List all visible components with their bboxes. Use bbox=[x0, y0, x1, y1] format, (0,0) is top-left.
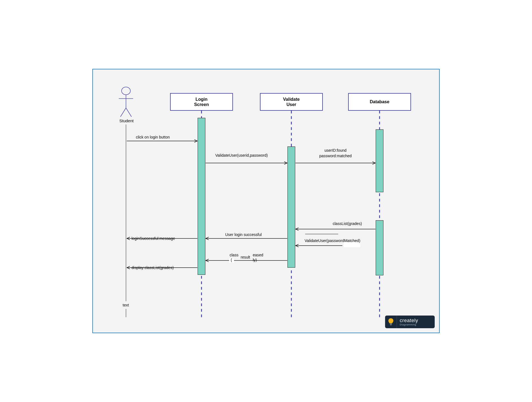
msg-frag-ly: ly) bbox=[253, 258, 257, 262]
lifeline-label: Login bbox=[194, 97, 209, 102]
actor-label: Student bbox=[119, 118, 134, 123]
lifeline-login-screen[interactable]: Login Screen bbox=[170, 93, 233, 111]
msg-password-matched: password:matched bbox=[319, 154, 352, 158]
actor-stick-figure bbox=[119, 87, 133, 117]
svg-rect-20 bbox=[390, 324, 392, 324]
msg-display-classlist: display:classList(grades) bbox=[131, 265, 174, 270]
activation-database-1 bbox=[376, 129, 383, 192]
activation-login bbox=[198, 118, 205, 275]
msg-click-login: click on login button bbox=[136, 135, 170, 139]
svg-rect-21 bbox=[390, 325, 392, 325]
lightbulb-icon bbox=[385, 316, 397, 328]
logo-tagline: Diagramming bbox=[400, 324, 435, 326]
note-text: text bbox=[123, 303, 129, 307]
lifeline-label: Validate bbox=[283, 97, 300, 102]
msg-frag-class: class bbox=[230, 253, 238, 257]
svg-line-4 bbox=[126, 108, 131, 117]
lifeline-label: User bbox=[283, 102, 300, 107]
sequence-diagram-canvas: { "diagram": { "type": "UML Sequence Dia… bbox=[92, 69, 440, 333]
logo-name: creately bbox=[400, 318, 435, 323]
msg-frag-eased: eased bbox=[253, 253, 263, 257]
activation-database-2 bbox=[376, 220, 383, 275]
msg-login-successful: User login successful bbox=[225, 232, 262, 237]
lifeline-label: Screen bbox=[194, 102, 209, 107]
svg-line-3 bbox=[120, 108, 126, 117]
msg-validate-password-matched: ValidateUser(passwordMatched) bbox=[305, 238, 360, 243]
msg-validate-user: ValidateUser(userid,password) bbox=[215, 153, 268, 157]
svg-point-0 bbox=[122, 87, 130, 95]
lifeline-database[interactable]: Database bbox=[348, 93, 411, 111]
msg-userid-found: userID:found bbox=[324, 148, 346, 153]
activation-validate bbox=[288, 146, 295, 268]
msg-frag-paren: ( bbox=[231, 258, 232, 262]
msg-login-successful-message: loginSuccessful:message bbox=[131, 236, 175, 241]
creately-logo: creately Diagramming bbox=[385, 316, 435, 328]
msg-classlist-grades: classList(grades) bbox=[333, 221, 362, 226]
lifeline-label: Database bbox=[370, 99, 389, 104]
msg-frag-result: result bbox=[241, 255, 250, 259]
lifeline-validate-user[interactable]: Validate User bbox=[260, 93, 323, 111]
